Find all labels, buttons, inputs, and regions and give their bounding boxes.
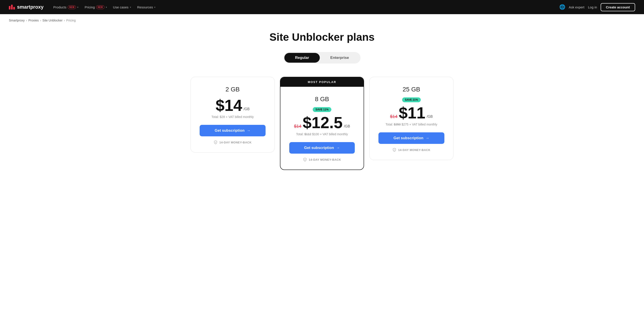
- breadcrumb-sep-3: ›: [64, 18, 65, 22]
- nav-resources-label: Resources: [137, 5, 153, 9]
- chevron-down-icon-2: ▾: [106, 6, 107, 8]
- arrow-icon-8gb: →: [336, 146, 340, 150]
- price-total-25gb: Total: $350 $275 + VAT billed monthly: [386, 122, 437, 126]
- price-main-25gb: $11: [399, 105, 425, 121]
- shield-icon-25gb: [392, 148, 396, 152]
- plan-gb-25gb: 25 GB: [402, 86, 420, 93]
- logo[interactable]: smartproxy: [9, 4, 44, 10]
- plan-card-8gb: MOST POPULAR 8 GB SAVE 11% $14 $12.5 /GB…: [280, 77, 364, 170]
- ask-expert-link[interactable]: Ask expert: [569, 5, 584, 9]
- plan-card-25gb: 25 GB SAVE 21% $14 $11 /GB Total: $350 $…: [369, 77, 454, 160]
- nav-right: 🌐 Ask expert Log in Create account: [559, 3, 635, 11]
- price-row-2gb: $14 /GB: [216, 98, 250, 113]
- page-title: Site Unblocker plans: [176, 31, 468, 43]
- breadcrumb-smartproxy[interactable]: Smartproxy: [9, 18, 25, 22]
- main-content: Site Unblocker plans Regular Enterprise …: [167, 26, 477, 188]
- nav-item-pricing[interactable]: Pricing NEW ▾: [82, 4, 109, 11]
- nav-usecases-label: Use cases: [113, 5, 128, 9]
- shield-icon-8gb: [303, 158, 307, 162]
- toggle-wrap: Regular Enterprise: [284, 52, 360, 64]
- breadcrumb-proxies[interactable]: Proxies: [28, 18, 39, 22]
- subscribe-label-25gb: Get subscription: [394, 136, 423, 140]
- plan-gb-2gb: 2 GB: [226, 86, 240, 93]
- logo-text: smartproxy: [17, 4, 44, 10]
- nav-products-label: Products: [53, 5, 66, 9]
- price-total-8gb: Total: $112 $100 + VAT billed monthly: [296, 132, 348, 136]
- arrow-icon-25gb: →: [426, 136, 429, 140]
- toggle-enterprise[interactable]: Enterprise: [320, 53, 360, 63]
- money-back-8gb: 14-DAY MONEY-BACK: [303, 158, 341, 162]
- nav-pricing-label: Pricing: [84, 5, 95, 9]
- nav-item-products[interactable]: Products NEW ▾: [51, 4, 81, 11]
- navbar: smartproxy Products NEW ▾ Pricing NEW ▾ …: [0, 0, 644, 14]
- price-row-25gb: $14 $11 /GB: [390, 105, 433, 121]
- money-back-25gb: 14-DAY MONEY-BACK: [392, 148, 430, 152]
- login-link[interactable]: Log in: [588, 5, 597, 9]
- breadcrumb-sep-2: ›: [40, 18, 41, 22]
- subscribe-label-8gb: Get subscription: [304, 146, 334, 150]
- nav-pricing-badge: NEW: [96, 5, 104, 9]
- pricing-cards: 2 GB $14 /GB Total: $28 + VAT billed mon…: [176, 77, 468, 170]
- price-main-2gb: $14: [216, 98, 242, 113]
- subscribe-btn-2gb[interactable]: Get subscription →: [200, 125, 266, 136]
- save-badge-25gb: SAVE 21%: [402, 98, 420, 102]
- subscribe-btn-25gb[interactable]: Get subscription →: [378, 132, 444, 144]
- breadcrumb-current: Pricing: [66, 18, 76, 22]
- nav-links: Products NEW ▾ Pricing NEW ▾ Use cases ▾…: [51, 4, 552, 11]
- price-unit-25gb: /GB: [427, 115, 433, 119]
- breadcrumb: Smartproxy › Proxies › Site Unblocker › …: [0, 14, 644, 26]
- plan-card-2gb: 2 GB $14 /GB Total: $28 + VAT billed mon…: [190, 77, 275, 152]
- money-back-label-2gb: 14-DAY MONEY-BACK: [219, 141, 252, 144]
- chevron-down-icon: ▾: [77, 6, 78, 8]
- breadcrumb-sep-1: ›: [26, 18, 27, 22]
- nav-item-usecases[interactable]: Use cases ▾: [110, 4, 134, 11]
- money-back-label-8gb: 14-DAY MONEY-BACK: [309, 158, 341, 161]
- save-badge-8gb: SAVE 11%: [313, 107, 331, 112]
- plan-toggle: Regular Enterprise: [176, 52, 468, 64]
- translate-icon[interactable]: 🌐: [559, 4, 565, 10]
- money-back-2gb: 14-DAY MONEY-BACK: [214, 140, 252, 144]
- price-main-8gb: $12.5: [303, 115, 342, 130]
- breadcrumb-site-unblocker[interactable]: Site Unblocker: [42, 18, 63, 22]
- chevron-down-icon-3: ▾: [130, 6, 131, 8]
- logo-icon: [9, 5, 15, 10]
- old-price-25gb: $14: [390, 114, 397, 119]
- subscribe-label-2gb: Get subscription: [215, 128, 244, 133]
- arrow-icon-2gb: →: [247, 128, 250, 133]
- price-row-8gb: $14 $12.5 /GB: [294, 115, 350, 130]
- nav-item-resources[interactable]: Resources ▾: [134, 4, 158, 11]
- chevron-down-icon-4: ▾: [154, 6, 155, 8]
- shield-icon-2gb: [214, 140, 218, 144]
- create-account-button[interactable]: Create account: [600, 3, 635, 11]
- price-total-2gb: Total: $28 + VAT billed monthly: [211, 115, 254, 119]
- nav-products-badge: NEW: [68, 5, 76, 9]
- subscribe-btn-8gb[interactable]: Get subscription →: [289, 142, 355, 154]
- plan-gb-8gb: 8 GB: [315, 96, 329, 103]
- price-unit-8gb: /GB: [344, 124, 350, 128]
- price-unit-2gb: /GB: [244, 107, 250, 111]
- money-back-label-25gb: 14-DAY MONEY-BACK: [398, 148, 430, 152]
- popular-header: MOST POPULAR: [280, 77, 364, 87]
- old-price-8gb: $14: [294, 124, 301, 129]
- toggle-regular[interactable]: Regular: [284, 53, 320, 63]
- popular-body: 8 GB SAVE 11% $14 $12.5 /GB Total: $112 …: [280, 87, 364, 170]
